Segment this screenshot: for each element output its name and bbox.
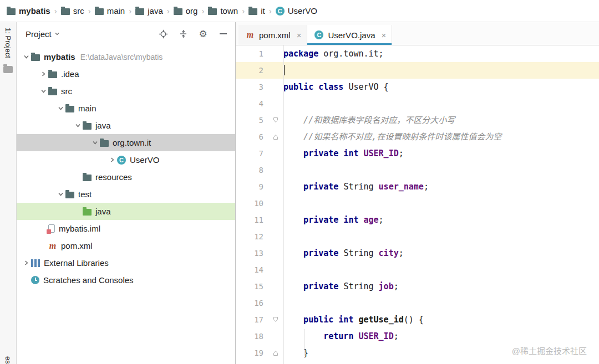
tree-row-resources[interactable]: resources [17, 168, 235, 186]
tree-row-mybatis[interactable]: mybatisE:\dataJava\src\mybatis [17, 48, 235, 65]
breadcrumb-item-java[interactable]: java [135, 6, 163, 16]
code-line[interactable]: 13 private String city; [236, 245, 599, 262]
class-icon: C [314, 30, 323, 39]
code-token: ; [394, 281, 399, 291]
tree-row-external-libraries[interactable]: External Libraries [17, 254, 235, 271]
fold-up-icon[interactable] [271, 129, 283, 145]
chevron-down-icon [54, 31, 60, 37]
settings-gear-icon[interactable]: ⚙ [196, 27, 210, 40]
chevron-right-icon[interactable] [21, 260, 31, 266]
code-text[interactable]: package org.town.it; [283, 45, 599, 62]
code-text[interactable] [283, 162, 599, 178]
collapse-all-icon[interactable] [176, 27, 190, 40]
chevron-down-icon[interactable] [55, 191, 65, 197]
code-token: ; [379, 215, 384, 225]
code-line[interactable]: 2 [236, 62, 599, 79]
breadcrumb-item-uservo[interactable]: CUserVO [276, 6, 317, 16]
code-line[interactable]: 14 [236, 262, 599, 278]
code-line[interactable]: 3public class UserVO { [236, 79, 599, 95]
code-text[interactable]: private String city; [283, 245, 599, 262]
chevron-down-icon[interactable] [55, 105, 65, 111]
code-text[interactable]: private int age; [283, 212, 599, 228]
maven-icon: m [48, 242, 57, 250]
tree-row-idea[interactable]: .idea [17, 65, 235, 83]
code-text[interactable] [283, 62, 599, 79]
tool-window-button-partial[interactable]: es [4, 356, 12, 364]
breadcrumb-separator-icon: › [88, 6, 91, 16]
code-line[interactable]: 10 [236, 195, 599, 212]
tab-pom-xml[interactable]: mpom.xml× [238, 25, 307, 45]
code-text[interactable]: public class UserVO { [283, 79, 599, 95]
chevron-down-icon[interactable] [90, 140, 100, 146]
chevron-down-icon[interactable] [73, 122, 83, 129]
tree-row-src[interactable]: src [17, 83, 235, 100]
project-view-dropdown[interactable]: Project [26, 29, 52, 39]
fold-column [271, 62, 283, 79]
code-line[interactable]: 16 [236, 295, 599, 311]
tree-row-mybatis-iml[interactable]: mybatis.iml [17, 220, 235, 237]
tree-row-java[interactable]: java [17, 117, 235, 134]
code-text[interactable] [283, 295, 599, 311]
close-icon[interactable]: × [297, 30, 302, 40]
breadcrumb-item-mybatis[interactable]: mybatis [7, 6, 50, 16]
code-text[interactable] [283, 95, 599, 112]
fold-down-icon[interactable] [271, 311, 283, 328]
code-line[interactable]: 15 private String job; [236, 278, 599, 295]
code-line[interactable]: 8 [236, 162, 599, 178]
code-text[interactable]: private int USER_ID; [283, 145, 599, 162]
code-text[interactable] [283, 262, 599, 278]
breadcrumb-item-org[interactable]: org [174, 6, 198, 16]
code-text[interactable] [283, 195, 599, 212]
code-line[interactable]: 1package org.town.it; [236, 45, 599, 62]
chevron-down-icon[interactable] [38, 88, 48, 94]
fold-down-icon[interactable] [271, 112, 283, 129]
tree-label: mybatis.iml [59, 224, 100, 233]
tab-uservo-java[interactable]: CUserVO.java× [307, 25, 392, 45]
project-tree: mybatisE:\dataJava\src\mybatis.ideasrcma… [17, 45, 235, 289]
hide-panel-icon[interactable] [216, 27, 230, 40]
code-text[interactable]: private String job; [283, 278, 599, 295]
chevron-right-icon[interactable] [107, 157, 117, 163]
tree-row-pom-xml[interactable]: mpom.xml [17, 237, 235, 254]
fold-up-icon[interactable] [271, 345, 283, 361]
code-text[interactable]: return USER_ID; [283, 328, 599, 345]
code-text[interactable] [283, 228, 599, 245]
chevron-down-icon[interactable] [21, 54, 31, 60]
code-editor[interactable]: 1package org.town.it;23public class User… [236, 45, 599, 364]
code-line[interactable]: 11 private int age; [236, 212, 599, 228]
tool-window-button-project[interactable]: 1: Project [4, 28, 12, 58]
fold-column [271, 245, 283, 262]
code-line[interactable]: 7 private int USER_ID; [236, 145, 599, 162]
breadcrumb-item-town[interactable]: town [208, 6, 238, 16]
code-line[interactable]: 18 return USER_ID; [236, 328, 599, 345]
code-line[interactable]: 9 private String user_name; [236, 178, 599, 195]
code-line[interactable]: 17 public int getUse_id() { [236, 311, 599, 328]
folder-icon [48, 71, 57, 78]
line-number: 1 [236, 45, 271, 62]
code-line[interactable]: 5 //和数据库表字段名对应，不区分大小写 [236, 112, 599, 129]
close-icon[interactable]: × [381, 30, 386, 40]
code-text[interactable]: //和数据库表字段名对应，不区分大小写 [283, 112, 599, 129]
code-text[interactable]: //如果名称不对应,在设置映射条件时该属性值会为空 [283, 129, 599, 145]
breadcrumb-item-it[interactable]: it [248, 6, 265, 16]
line-number: 16 [236, 295, 271, 311]
locate-file-icon[interactable] [156, 27, 170, 40]
code-line[interactable]: 12 [236, 228, 599, 245]
class-icon: C [276, 7, 285, 16]
tree-row-test[interactable]: test [17, 186, 235, 203]
code-text[interactable]: public int getUse_id() { [283, 311, 599, 328]
tree-row-java[interactable]: java [17, 203, 235, 220]
code-line[interactable]: 4 [236, 95, 599, 112]
fold-column [271, 178, 283, 195]
tree-row-main[interactable]: main [17, 100, 235, 117]
tree-row-scratches-and-consoles[interactable]: Scratches and Consoles [17, 271, 235, 289]
breadcrumb-item-src[interactable]: src [61, 6, 84, 16]
tree-row-org-town-it[interactable]: org.town.it [17, 134, 235, 151]
breadcrumb-item-main[interactable]: main [95, 6, 125, 16]
chevron-right-icon[interactable] [38, 71, 48, 77]
tree-label: pom.xml [61, 241, 93, 250]
code-token: private int [283, 148, 364, 158]
code-line[interactable]: 6 //如果名称不对应,在设置映射条件时该属性值会为空 [236, 129, 599, 145]
code-text[interactable]: private String user_name; [283, 178, 599, 195]
tree-row-uservo[interactable]: CUserVO [17, 151, 235, 168]
